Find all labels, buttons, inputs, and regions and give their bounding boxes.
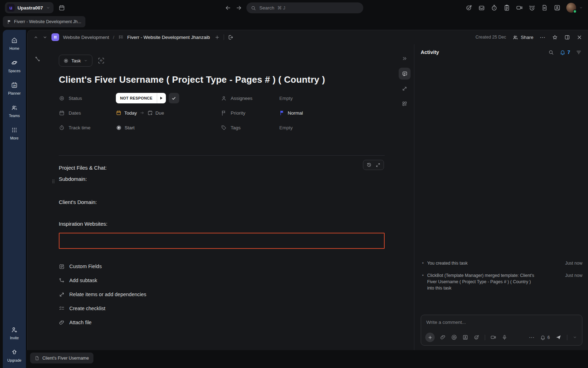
activity-header: Activity 7 [414, 44, 588, 60]
sidebar-item-planner[interactable]: Planner [8, 82, 21, 95]
divider [59, 155, 385, 156]
flag-icon [221, 110, 227, 116]
comment-placeholder: Write a comment... [426, 320, 577, 325]
sidebar: Home Spaces Planner Teams More Invite Up… [3, 30, 26, 368]
new-task-icon[interactable] [465, 4, 472, 11]
status-value-button[interactable]: NOT RESPONCE [116, 93, 166, 103]
relationship-link-icon[interactable] [35, 56, 41, 62]
reminder-icon[interactable] [528, 4, 536, 11]
filter-icon[interactable] [576, 49, 582, 55]
contacts-icon[interactable] [554, 4, 561, 11]
breadcrumb-task[interactable]: Fiverr - Website Development Jhanzaib [127, 35, 210, 40]
sidebar-item-home[interactable]: Home [9, 37, 19, 50]
back-arrow-icon[interactable] [225, 5, 231, 11]
send-comment-button[interactable] [555, 334, 562, 341]
sidebar-item-label: Invite [10, 336, 19, 340]
chevron-down-icon [46, 6, 50, 10]
flag-icon [7, 20, 12, 24]
sidebar-item-more[interactable]: More [10, 127, 19, 140]
minimized-doc-tab[interactable]: Client's Fiver Username [30, 353, 93, 363]
divider [224, 34, 224, 40]
expand-icon[interactable] [376, 163, 380, 168]
description-line[interactable]: Inspiration Websites: [59, 220, 385, 228]
paperclip-icon[interactable] [440, 334, 446, 340]
video-icon[interactable] [490, 334, 496, 340]
custom-fields-button[interactable]: Custom Fields [59, 259, 385, 273]
activity-entry-text: ClickBot (Template Manager) merged templ… [427, 272, 538, 291]
start-date-calendar-icon [116, 110, 121, 116]
relationships-icon[interactable] [399, 83, 411, 95]
create-checklist-button[interactable]: Create checklist [59, 301, 385, 315]
workspace-switcher[interactable]: u Upastra007 [5, 2, 54, 13]
assignees-value[interactable]: Empty [279, 96, 293, 101]
chevron-up-icon[interactable] [33, 35, 38, 40]
task-type-selector[interactable]: Task [59, 55, 92, 67]
sidebar-item-spaces[interactable]: Spaces [8, 59, 20, 73]
space-avatar[interactable] [51, 33, 59, 41]
drag-handle[interactable] [51, 179, 56, 184]
history-icon[interactable] [366, 162, 372, 168]
forward-arrow-icon[interactable] [236, 5, 242, 11]
tags-value[interactable]: Empty [279, 125, 293, 130]
calendar-icon [59, 110, 65, 116]
breadcrumb-space[interactable]: Website Development [63, 35, 109, 40]
priority-value[interactable]: Normal [288, 110, 303, 116]
chevron-down-icon[interactable] [573, 335, 577, 340]
person-icon [221, 95, 227, 101]
tray-icon[interactable] [478, 4, 485, 11]
share-button[interactable]: Share [512, 34, 533, 40]
sidebar-item-teams[interactable]: Teams [9, 104, 20, 118]
description-line[interactable]: Client's Domain: [59, 198, 385, 206]
add-subtask-button[interactable]: Add subtask [59, 273, 385, 287]
complete-task-button[interactable] [169, 93, 179, 103]
add-attachment-button[interactable] [425, 333, 435, 342]
highlighted-empty-text-block[interactable] [59, 233, 385, 249]
tag-icon [221, 125, 227, 131]
task-id-icon[interactable] [97, 57, 105, 64]
more-options-icon[interactable] [529, 334, 535, 341]
attach-file-button[interactable]: Attach file [59, 315, 385, 329]
calendar-icon[interactable] [58, 5, 65, 11]
bullet [422, 260, 424, 266]
video-clip-icon[interactable] [516, 4, 523, 11]
search-icon[interactable] [548, 49, 554, 55]
relate-arrows-icon [59, 292, 65, 298]
edit-square-icon [59, 264, 65, 270]
emoji-icon[interactable] [474, 334, 479, 340]
notepad-icon[interactable] [503, 4, 510, 11]
docs-icon[interactable] [541, 4, 548, 11]
chevron-down-icon [84, 59, 88, 63]
plus-icon[interactable] [215, 35, 220, 40]
comment-watchers-bell[interactable]: 6 [540, 335, 550, 340]
next-status-arrow[interactable] [157, 93, 166, 103]
task-type-label: Task [71, 58, 81, 63]
microphone-icon[interactable] [502, 334, 507, 340]
clip-icon[interactable] [462, 334, 468, 340]
search-input[interactable]: Search ⌘ J [246, 2, 363, 13]
comments-icon[interactable] [399, 68, 411, 80]
close-icon[interactable] [576, 34, 582, 40]
due-date-button[interactable]: Due [147, 110, 164, 116]
open-task-tab[interactable]: Fiverr - Website Development Jh... [3, 16, 85, 27]
relate-items-button[interactable]: Relate items or add dependencies [59, 287, 385, 301]
collapse-sidebar-icon[interactable] [399, 53, 411, 64]
description-line[interactable]: Subdomain: [59, 175, 385, 183]
sidebar-item-upgrade[interactable]: Upgrade [7, 349, 21, 362]
description-line[interactable]: Project Files & Chat: [59, 164, 385, 172]
sidebar-item-invite[interactable]: Invite [10, 326, 19, 340]
mention-icon[interactable] [451, 334, 457, 340]
add-apps-icon[interactable] [399, 98, 411, 110]
comment-input[interactable]: Write a comment... 6 [421, 315, 582, 346]
panel-layout-icon[interactable] [564, 34, 570, 40]
chevron-down-icon[interactable] [42, 35, 48, 40]
start-date-value[interactable]: Today [124, 110, 137, 116]
more-options-icon[interactable] [540, 34, 546, 41]
pop-out-icon[interactable] [228, 34, 234, 40]
timer-icon[interactable] [491, 4, 498, 11]
star-icon[interactable] [552, 34, 558, 40]
user-avatar[interactable] [566, 3, 576, 13]
start-timer-button[interactable]: Start [116, 125, 135, 131]
notifications-bell[interactable]: 7 [560, 49, 570, 55]
task-title[interactable]: Client's Fiver Username ( Project Type -… [59, 74, 385, 85]
chevron-down-icon[interactable] [579, 6, 583, 10]
